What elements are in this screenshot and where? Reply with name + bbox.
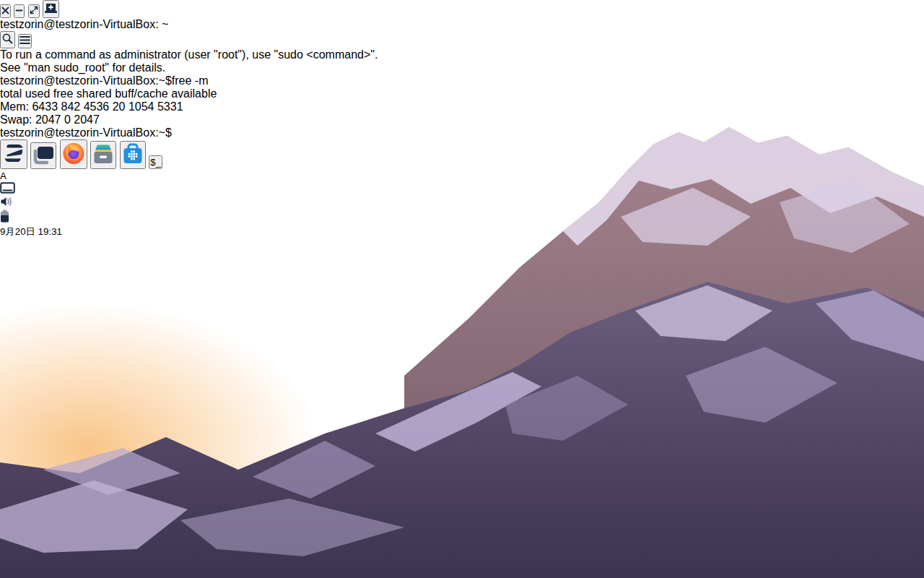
desktop: testzorin@testzorin-VirtualBox: ~ To run… [0,0,924,578]
desktop-wallpaper [0,0,924,578]
wallpaper-mountains [0,0,924,578]
